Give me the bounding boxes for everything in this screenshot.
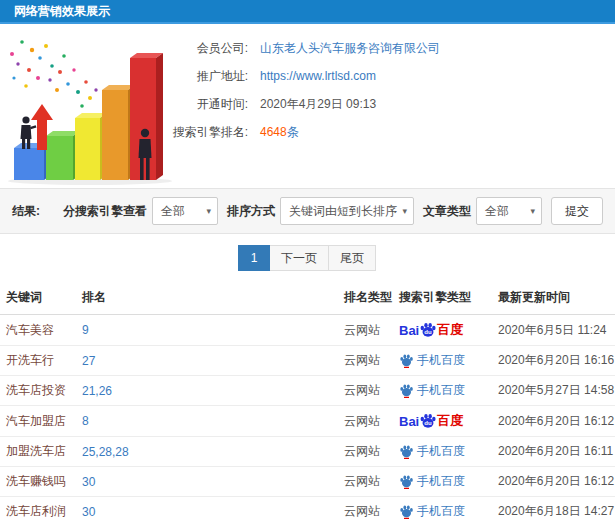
rank-cell[interactable]: 9: [82, 315, 344, 346]
mobile-baidu-label: 手机百度: [417, 352, 465, 369]
rank-type-cell: 云网站: [344, 406, 399, 437]
rank-type-cell: 云网站: [344, 315, 399, 346]
engine-cell: Baidu百度: [399, 315, 498, 346]
filter-bar: 结果: 分搜索引擎查看全部▾排序方式关键词由短到长排序▾文章类型全部▾ 提交: [0, 188, 615, 234]
mobile-baidu-logo: 手机百度: [399, 352, 494, 369]
baidu-logo-text-bai: Bai: [399, 414, 419, 429]
table-header-row: 关键词排名排名类型搜索引擎类型最新更新时间: [0, 281, 615, 315]
page: 网络营销效果展示: [0, 0, 615, 520]
baidu-paw-icon: [399, 474, 414, 489]
keyword-cell: 加盟洗车店: [0, 437, 82, 467]
mobile-baidu-logo: 手机百度: [399, 473, 494, 490]
filter-label: 分搜索引擎查看: [63, 203, 147, 220]
table-row: 汽车美容 9 云网站 Baidu百度 2020年6月5日 11:24: [0, 315, 615, 346]
baidu-paw-icon: [399, 504, 414, 519]
chevron-down-icon: ▾: [206, 206, 211, 216]
table-row: 开洗车行 27 云网站 手机百度 2020年6月20日 16:16: [0, 346, 615, 376]
results-table: 关键词排名排名类型搜索引擎类型最新更新时间 汽车美容 9 云网站 Baidu百度…: [0, 281, 615, 520]
rank-type-cell: 云网站: [344, 497, 399, 520]
keyword-cell: 洗车赚钱吗: [0, 467, 82, 497]
column-header: 排名类型: [344, 281, 399, 315]
keyword-cell: 洗车店利润: [0, 497, 82, 520]
rank-cell[interactable]: 25,28,28: [82, 437, 344, 467]
info-row: 搜索引擎排名: 4648条: [160, 118, 615, 146]
pagination-button[interactable]: 尾页: [328, 245, 376, 271]
summary-section: 会员公司: 山东老人头汽车服务咨询有限公司 推广地址: https://www.…: [0, 24, 615, 188]
rank-cell[interactable]: 27: [82, 346, 344, 376]
rank-cell[interactable]: 30: [82, 467, 344, 497]
account-info-panel: 会员公司: 山东老人头汽车服务咨询有限公司 推广地址: https://www.…: [160, 24, 615, 146]
rank-type-cell: 云网站: [344, 376, 399, 406]
pagination-button[interactable]: 1: [238, 245, 270, 271]
filter-select[interactable]: 全部▾: [152, 197, 218, 225]
info-row: 开通时间: 2020年4月29日 09:13: [160, 90, 615, 118]
keyword-cell: 汽车加盟店: [0, 406, 82, 437]
time-cell: 2020年6月5日 11:24: [498, 315, 615, 346]
chevron-down-icon: ▾: [402, 206, 407, 216]
time-cell: 2020年5月27日 14:58: [498, 376, 615, 406]
bar-green: [46, 131, 80, 180]
info-value-suffix: 条: [287, 124, 299, 141]
time-cell: 2020年6月20日 16:12: [498, 467, 615, 497]
title-bar: 网络营销效果展示: [0, 0, 615, 24]
table-row: 洗车赚钱吗 30 云网站 手机百度 2020年6月20日 16:12: [0, 467, 615, 497]
baidu-logo: Baidu百度: [399, 321, 494, 339]
column-header: 排名: [82, 281, 344, 315]
rank-cell[interactable]: 30: [82, 497, 344, 520]
engine-cell: 手机百度: [399, 467, 498, 497]
keyword-cell: 洗车店投资: [0, 376, 82, 406]
keyword-cell: 汽车美容: [0, 315, 82, 346]
baidu-logo: Baidu百度: [399, 412, 494, 430]
rank-type-cell: 云网站: [344, 346, 399, 376]
time-cell: 2020年6月20日 16:11: [498, 437, 615, 467]
engine-cell: 手机百度: [399, 437, 498, 467]
baidu-paw-icon: [399, 444, 414, 459]
baidu-logo-text-cn: 百度: [437, 412, 463, 430]
mobile-baidu-label: 手机百度: [417, 382, 465, 399]
mobile-baidu-logo: 手机百度: [399, 443, 494, 460]
svg-text:du: du: [425, 420, 433, 426]
info-row: 会员公司: 山东老人头汽车服务咨询有限公司: [160, 34, 615, 62]
rank-cell[interactable]: 8: [82, 406, 344, 437]
info-value[interactable]: https://www.lrtlsd.com: [260, 69, 376, 83]
info-row: 推广地址: https://www.lrtlsd.com: [160, 62, 615, 90]
baidu-paw-icon: du: [419, 412, 437, 430]
mobile-baidu-label: 手机百度: [417, 443, 465, 460]
rank-type-cell: 云网站: [344, 437, 399, 467]
pagination-button[interactable]: 下一页: [269, 245, 329, 271]
baidu-paw-icon: du: [419, 321, 437, 339]
time-cell: 2020年6月20日 16:16: [498, 346, 615, 376]
filter-select[interactable]: 全部▾: [476, 197, 542, 225]
engine-cell: 手机百度: [399, 346, 498, 376]
baidu-logo-text-bai: Bai: [399, 323, 419, 338]
results-label: 结果:: [12, 203, 40, 220]
table-row: 洗车店投资 21,26 云网站 手机百度 2020年5月27日 14:58: [0, 376, 615, 406]
submit-button[interactable]: 提交: [551, 197, 603, 225]
keyword-cell: 开洗车行: [0, 346, 82, 376]
column-header: 最新更新时间: [498, 281, 615, 315]
table-row: 洗车店利润 30 云网站 手机百度 2020年6月18日 14:27: [0, 497, 615, 520]
filter-select[interactable]: 关键词由短到长排序▾: [280, 197, 414, 225]
baidu-logo-text-cn: 百度: [437, 321, 463, 339]
rank-cell[interactable]: 21,26: [82, 376, 344, 406]
select-value: 关键词由短到长排序: [289, 203, 397, 220]
page-title: 网络营销效果展示: [14, 3, 110, 20]
time-cell: 2020年6月20日 16:12: [498, 406, 615, 437]
table-row: 汽车加盟店 8 云网站 Baidu百度 2020年6月20日 16:12: [0, 406, 615, 437]
mobile-baidu-label: 手机百度: [417, 503, 465, 520]
filter-controls: 分搜索引擎查看全部▾排序方式关键词由短到长排序▾文章类型全部▾: [54, 197, 542, 225]
bar-chart-illustration: [2, 28, 177, 186]
pagination: 1下一页尾页: [0, 245, 615, 271]
filter-label: 排序方式: [227, 203, 275, 220]
select-value: 全部: [161, 203, 185, 220]
select-value: 全部: [485, 203, 509, 220]
bar-chart-illustration-svg: [2, 28, 177, 186]
info-value: 4648: [260, 125, 287, 139]
info-value[interactable]: 山东老人头汽车服务咨询有限公司: [260, 40, 440, 57]
time-cell: 2020年6月18日 14:27: [498, 497, 615, 520]
mobile-baidu-logo: 手机百度: [399, 382, 494, 399]
rank-type-cell: 云网站: [344, 467, 399, 497]
chevron-down-icon: ▾: [530, 206, 535, 216]
column-header: 搜索引擎类型: [399, 281, 498, 315]
baidu-paw-icon: [399, 383, 414, 398]
